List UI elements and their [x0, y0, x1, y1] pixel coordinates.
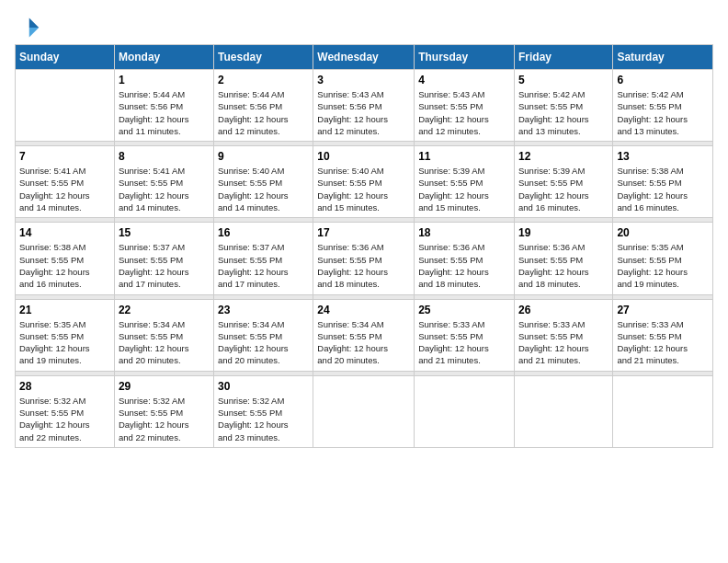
calendar-cell — [514, 375, 612, 447]
day-info: Sunrise: 5:39 AM Sunset: 5:55 PM Dayligh… — [518, 165, 609, 213]
day-info: Sunrise: 5:36 AM Sunset: 5:55 PM Dayligh… — [518, 241, 609, 290]
calendar-cell: 24Sunrise: 5:34 AM Sunset: 5:55 PM Dayli… — [313, 299, 415, 371]
day-info: Sunrise: 5:38 AM Sunset: 5:55 PM Dayligh… — [19, 241, 110, 290]
day-number: 15 — [119, 226, 210, 239]
day-info: Sunrise: 5:34 AM Sunset: 5:55 PM Dayligh… — [218, 318, 309, 367]
calendar-cell: 13Sunrise: 5:38 AM Sunset: 5:55 PM Dayli… — [613, 146, 713, 218]
calendar-cell: 27Sunrise: 5:33 AM Sunset: 5:55 PM Dayli… — [613, 299, 713, 371]
calendar-cell: 3Sunrise: 5:43 AM Sunset: 5:56 PM Daylig… — [313, 70, 415, 142]
day-info: Sunrise: 5:32 AM Sunset: 5:55 PM Dayligh… — [119, 395, 210, 443]
calendar-table: SundayMondayTuesdayWednesdayThursdayFrid… — [15, 44, 713, 448]
day-number: 4 — [418, 74, 510, 86]
day-info: Sunrise: 5:43 AM Sunset: 5:56 PM Dayligh… — [317, 88, 410, 137]
day-number: 23 — [218, 304, 309, 316]
calendar-cell: 18Sunrise: 5:36 AM Sunset: 5:55 PM Dayli… — [415, 223, 515, 294]
calendar-cell: 30Sunrise: 5:32 AM Sunset: 5:55 PM Dayli… — [214, 375, 313, 447]
calendar-cell: 22Sunrise: 5:34 AM Sunset: 5:55 PM Dayli… — [114, 299, 213, 371]
day-info: Sunrise: 5:32 AM Sunset: 5:55 PM Dayligh… — [19, 395, 110, 443]
week-row-5: 28Sunrise: 5:32 AM Sunset: 5:55 PM Dayli… — [16, 375, 713, 447]
calendar-cell: 20Sunrise: 5:35 AM Sunset: 5:55 PM Dayli… — [613, 223, 713, 294]
day-info: Sunrise: 5:40 AM Sunset: 5:55 PM Dayligh… — [218, 165, 309, 213]
day-number: 21 — [19, 304, 110, 316]
calendar-cell: 29Sunrise: 5:32 AM Sunset: 5:55 PM Dayli… — [114, 375, 213, 447]
calendar-cell: 7Sunrise: 5:41 AM Sunset: 5:55 PM Daylig… — [16, 146, 115, 218]
day-info: Sunrise: 5:32 AM Sunset: 5:55 PM Dayligh… — [218, 395, 309, 443]
day-number: 26 — [518, 304, 609, 316]
calendar-cell — [313, 375, 415, 447]
header-cell-friday: Friday — [514, 45, 612, 70]
day-info: Sunrise: 5:38 AM Sunset: 5:55 PM Dayligh… — [617, 165, 709, 213]
header-row: SundayMondayTuesdayWednesdayThursdayFrid… — [16, 45, 713, 70]
day-info: Sunrise: 5:41 AM Sunset: 5:55 PM Dayligh… — [119, 165, 210, 213]
logo — [15, 15, 44, 40]
calendar-cell: 17Sunrise: 5:36 AM Sunset: 5:55 PM Dayli… — [313, 223, 415, 294]
svg-marker-3 — [18, 18, 29, 38]
day-number: 19 — [518, 226, 609, 239]
calendar-cell — [613, 375, 713, 447]
calendar-cell: 2Sunrise: 5:44 AM Sunset: 5:56 PM Daylig… — [214, 70, 313, 142]
day-info: Sunrise: 5:36 AM Sunset: 5:55 PM Dayligh… — [317, 241, 410, 290]
day-number: 5 — [518, 74, 609, 86]
day-number: 24 — [317, 304, 410, 316]
calendar-cell: 15Sunrise: 5:37 AM Sunset: 5:55 PM Dayli… — [114, 223, 213, 294]
calendar-cell: 5Sunrise: 5:42 AM Sunset: 5:55 PM Daylig… — [514, 70, 612, 142]
calendar-cell: 19Sunrise: 5:36 AM Sunset: 5:55 PM Dayli… — [514, 223, 612, 294]
calendar-cell: 11Sunrise: 5:39 AM Sunset: 5:55 PM Dayli… — [415, 146, 515, 218]
day-number: 11 — [418, 150, 510, 163]
calendar-cell: 16Sunrise: 5:37 AM Sunset: 5:55 PM Dayli… — [214, 223, 313, 294]
day-info: Sunrise: 5:44 AM Sunset: 5:56 PM Dayligh… — [119, 88, 210, 137]
day-number: 2 — [218, 74, 309, 86]
calendar-cell: 10Sunrise: 5:40 AM Sunset: 5:55 PM Dayli… — [313, 146, 415, 218]
calendar-cell: 1Sunrise: 5:44 AM Sunset: 5:56 PM Daylig… — [114, 70, 213, 142]
day-info: Sunrise: 5:34 AM Sunset: 5:55 PM Dayligh… — [317, 318, 410, 367]
calendar-cell: 12Sunrise: 5:39 AM Sunset: 5:55 PM Dayli… — [514, 146, 612, 218]
day-number: 30 — [218, 380, 309, 393]
svg-marker-2 — [29, 28, 40, 38]
day-number: 7 — [19, 150, 110, 163]
calendar-cell: 25Sunrise: 5:33 AM Sunset: 5:55 PM Dayli… — [415, 299, 515, 371]
day-info: Sunrise: 5:37 AM Sunset: 5:55 PM Dayligh… — [218, 241, 309, 290]
calendar-cell: 6Sunrise: 5:42 AM Sunset: 5:55 PM Daylig… — [613, 70, 713, 142]
day-number: 3 — [317, 74, 410, 86]
calendar-cell: 26Sunrise: 5:33 AM Sunset: 5:55 PM Dayli… — [514, 299, 612, 371]
week-row-3: 14Sunrise: 5:38 AM Sunset: 5:55 PM Dayli… — [16, 223, 713, 294]
week-row-2: 7Sunrise: 5:41 AM Sunset: 5:55 PM Daylig… — [16, 146, 713, 218]
calendar-cell: 23Sunrise: 5:34 AM Sunset: 5:55 PM Dayli… — [214, 299, 313, 371]
day-number: 9 — [218, 150, 309, 163]
header-cell-thursday: Thursday — [415, 45, 515, 70]
day-info: Sunrise: 5:41 AM Sunset: 5:55 PM Dayligh… — [19, 165, 110, 213]
day-info: Sunrise: 5:35 AM Sunset: 5:55 PM Dayligh… — [19, 318, 110, 367]
day-info: Sunrise: 5:42 AM Sunset: 5:55 PM Dayligh… — [617, 88, 709, 137]
day-number: 8 — [119, 150, 210, 163]
page-header — [15, 15, 713, 40]
day-number: 6 — [617, 74, 709, 86]
day-number: 25 — [418, 304, 510, 316]
day-info: Sunrise: 5:42 AM Sunset: 5:55 PM Dayligh… — [518, 88, 609, 137]
day-info: Sunrise: 5:34 AM Sunset: 5:55 PM Dayligh… — [119, 318, 210, 367]
day-info: Sunrise: 5:37 AM Sunset: 5:55 PM Dayligh… — [119, 241, 210, 290]
day-info: Sunrise: 5:36 AM Sunset: 5:55 PM Dayligh… — [418, 241, 510, 290]
header-cell-tuesday: Tuesday — [214, 45, 313, 70]
week-row-4: 21Sunrise: 5:35 AM Sunset: 5:55 PM Dayli… — [16, 299, 713, 371]
day-number: 20 — [617, 226, 709, 239]
calendar-cell: 9Sunrise: 5:40 AM Sunset: 5:55 PM Daylig… — [214, 146, 313, 218]
day-number: 10 — [317, 150, 410, 163]
day-info: Sunrise: 5:35 AM Sunset: 5:55 PM Dayligh… — [617, 241, 709, 290]
header-cell-monday: Monday — [114, 45, 213, 70]
calendar-cell: 28Sunrise: 5:32 AM Sunset: 5:55 PM Dayli… — [16, 375, 115, 447]
calendar-cell: 4Sunrise: 5:43 AM Sunset: 5:55 PM Daylig… — [415, 70, 515, 142]
calendar-cell: 14Sunrise: 5:38 AM Sunset: 5:55 PM Dayli… — [16, 223, 115, 294]
day-info: Sunrise: 5:33 AM Sunset: 5:55 PM Dayligh… — [418, 318, 510, 367]
calendar-cell — [415, 375, 515, 447]
calendar-cell — [16, 70, 115, 142]
day-number: 29 — [119, 380, 210, 393]
logo-icon — [15, 15, 40, 40]
day-number: 17 — [317, 226, 410, 239]
day-info: Sunrise: 5:44 AM Sunset: 5:56 PM Dayligh… — [218, 88, 309, 137]
calendar-cell: 21Sunrise: 5:35 AM Sunset: 5:55 PM Dayli… — [16, 299, 115, 371]
day-info: Sunrise: 5:39 AM Sunset: 5:55 PM Dayligh… — [418, 165, 510, 213]
calendar-cell: 8Sunrise: 5:41 AM Sunset: 5:55 PM Daylig… — [114, 146, 213, 218]
day-number: 27 — [617, 304, 709, 316]
day-number: 14 — [19, 226, 110, 239]
day-number: 18 — [418, 226, 510, 239]
